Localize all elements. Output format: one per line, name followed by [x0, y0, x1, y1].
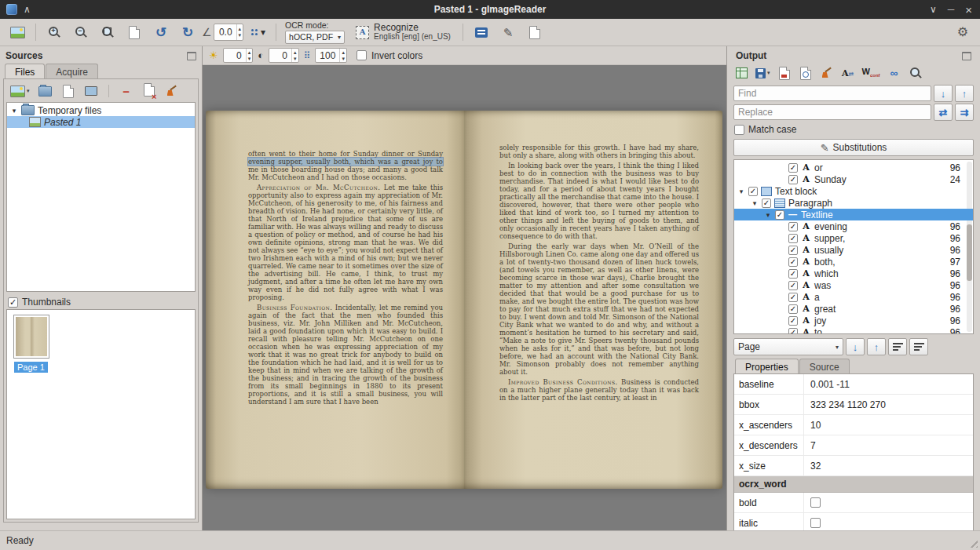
- tree-row-temporary-files[interactable]: ▾ Temporary files: [7, 104, 195, 116]
- close-icon[interactable]: ×: [965, 4, 972, 16]
- collapse-all-button[interactable]: [909, 338, 928, 355]
- preview-lock-button[interactable]: ∞: [887, 65, 902, 81]
- spin-down-icon[interactable]: ▾: [340, 56, 346, 62]
- minimize-icon[interactable]: ─: [948, 5, 955, 14]
- property-value-x_ascenders[interactable]: 10: [804, 415, 973, 435]
- ocr-mode-select[interactable]: hOCR, PDF ▾: [285, 31, 345, 44]
- new-document-button[interactable]: [522, 21, 547, 43]
- thumbnail-page-label[interactable]: Page 1: [14, 362, 48, 373]
- keep-above-icon[interactable]: ∧: [24, 5, 31, 14]
- item-checkbox[interactable]: ✓: [788, 246, 798, 255]
- save-output-button[interactable]: ▾: [755, 65, 771, 81]
- tree-row-evening[interactable]: ✓Aevening96: [734, 220, 973, 232]
- contrast-spinbox[interactable]: 0 ▴▾: [269, 48, 299, 63]
- open-folder-button[interactable]: [36, 83, 55, 99]
- output-tree[interactable]: ✓Aor96✓ASunday24▾✓Text block▾✓Paragraph▾…: [733, 159, 974, 334]
- screenshot-button[interactable]: [82, 83, 101, 99]
- tree-row-text-block[interactable]: ▾✓Text block: [734, 185, 973, 197]
- expand-all-button[interactable]: [888, 338, 907, 355]
- add-images-button[interactable]: ▾: [8, 83, 32, 99]
- replace-input[interactable]: [733, 104, 931, 120]
- settings-button[interactable]: ⚙: [950, 21, 975, 43]
- tree-row-usually[interactable]: ✓Ausually96: [734, 244, 973, 256]
- zoom-original-button[interactable]: [122, 21, 147, 43]
- rotation-spinbox[interactable]: 0.0 ▴▾: [214, 24, 244, 41]
- match-case-checkbox[interactable]: [734, 125, 744, 135]
- word-confidence-button[interactable]: Wconf: [861, 65, 881, 81]
- tab-source[interactable]: Source: [799, 359, 850, 374]
- item-checkbox[interactable]: ✓: [788, 293, 798, 302]
- tab-acquire[interactable]: Acquire: [46, 64, 98, 79]
- brightness-spinbox[interactable]: 0 ▴▾: [223, 48, 254, 63]
- tab-files[interactable]: Files: [5, 64, 45, 79]
- tree-row-to[interactable]: ✓Ato96: [734, 326, 973, 334]
- zoom-in-button[interactable]: +: [42, 21, 67, 43]
- expander-icon[interactable]: ▾: [10, 107, 18, 115]
- tree-row-paragraph[interactable]: ▾✓Paragraph: [734, 197, 973, 209]
- tree-row-a[interactable]: ✓Aa96: [734, 291, 973, 303]
- item-checkbox[interactable]: ✓: [788, 316, 798, 326]
- tree-row-sunday[interactable]: ✓ASunday24: [734, 173, 973, 185]
- resolution-spinbox[interactable]: 100 ▴▾: [315, 48, 347, 63]
- page-layout-button[interactable]: ▾: [245, 21, 270, 43]
- paste-button[interactable]: [59, 83, 78, 99]
- spin-down-icon[interactable]: ▾: [292, 56, 298, 62]
- spin-down-icon[interactable]: ▾: [247, 56, 253, 62]
- item-checkbox[interactable]: ✓: [788, 175, 798, 184]
- tree-row-pasted-1[interactable]: Pasted 1: [7, 116, 195, 128]
- bold-checkbox[interactable]: [810, 497, 821, 508]
- find-replace-toggle-button[interactable]: A⇄: [840, 65, 856, 81]
- tree-row-supper-[interactable]: ✓Asupper,96: [734, 232, 973, 244]
- clear-sources-button[interactable]: [163, 83, 181, 99]
- titlebar[interactable]: ∧ Pasted 1 - gImageReader ∨ ─ ×: [0, 0, 980, 19]
- item-checkbox[interactable]: ✓: [788, 328, 798, 335]
- spin-up-icon[interactable]: ▴: [292, 49, 298, 56]
- item-checkbox[interactable]: ✓: [788, 257, 798, 267]
- expander-icon[interactable]: ▾: [737, 188, 745, 195]
- item-checkbox[interactable]: ✓: [788, 269, 798, 279]
- item-checkbox[interactable]: ✓: [788, 281, 798, 290]
- thumbnail-list[interactable]: Page 1: [6, 309, 196, 519]
- tree-row-or[interactable]: ✓Aor96: [734, 162, 973, 173]
- italic-checkbox[interactable]: [810, 518, 821, 528]
- find-prev-button[interactable]: ↑: [955, 85, 974, 102]
- property-value-bbox[interactable]: 323 234 1120 270: [804, 395, 973, 414]
- spin-down-icon[interactable]: ▾: [237, 32, 243, 38]
- spin-up-icon[interactable]: ▴: [237, 26, 243, 32]
- navigate-next-button[interactable]: ↓: [846, 338, 865, 355]
- tree-row-was[interactable]: ✓Awas96: [734, 279, 973, 291]
- property-value-x_size[interactable]: 32: [804, 456, 973, 475]
- item-checkbox[interactable]: ✓: [748, 187, 758, 196]
- find-next-button[interactable]: ↓: [934, 85, 953, 102]
- sources-tree[interactable]: ▾ Temporary files Pasted 1: [6, 102, 196, 292]
- zoom-out-button[interactable]: −: [68, 21, 93, 43]
- open-output-button[interactable]: [733, 65, 749, 81]
- toggle-output-pane-button[interactable]: [469, 21, 494, 43]
- replace-button[interactable]: ⇄: [934, 104, 953, 121]
- resize-grip[interactable]: [967, 537, 978, 548]
- item-checkbox[interactable]: ✓: [762, 199, 771, 208]
- spin-up-icon[interactable]: ▴: [340, 49, 346, 56]
- item-checkbox[interactable]: ✓: [788, 163, 798, 173]
- preview-button[interactable]: [798, 65, 814, 81]
- thumbnails-checkbox[interactable]: ✓: [8, 297, 18, 308]
- recognize-button[interactable]: A Recognize English [eng] (en_US): [349, 21, 457, 43]
- expander-icon[interactable]: ▾: [764, 211, 772, 219]
- page-thumbnail[interactable]: [13, 315, 49, 359]
- clear-output-button[interactable]: [819, 65, 835, 81]
- navigate-prev-button[interactable]: ↑: [867, 338, 886, 355]
- shade-window-icon[interactable]: ∨: [930, 5, 937, 14]
- tree-row-textline[interactable]: ▾✓—Textline: [734, 209, 973, 220]
- invert-colors-checkbox[interactable]: [357, 50, 367, 60]
- find-input[interactable]: [733, 86, 931, 101]
- rotate-right-button[interactable]: ↻: [175, 21, 200, 43]
- edit-mode-button[interactable]: ✎: [495, 21, 521, 43]
- delete-source-button[interactable]: ×: [140, 83, 159, 99]
- expander-icon[interactable]: ▾: [751, 199, 759, 207]
- tree-row-both-[interactable]: ✓Aboth,97: [734, 256, 973, 268]
- property-value-x_descenders[interactable]: 7: [804, 435, 973, 455]
- zoom-fit-button[interactable]: [95, 21, 120, 43]
- spin-up-icon[interactable]: ▴: [247, 49, 253, 56]
- item-checkbox[interactable]: ✓: [788, 234, 798, 243]
- item-checkbox[interactable]: ✓: [788, 304, 798, 314]
